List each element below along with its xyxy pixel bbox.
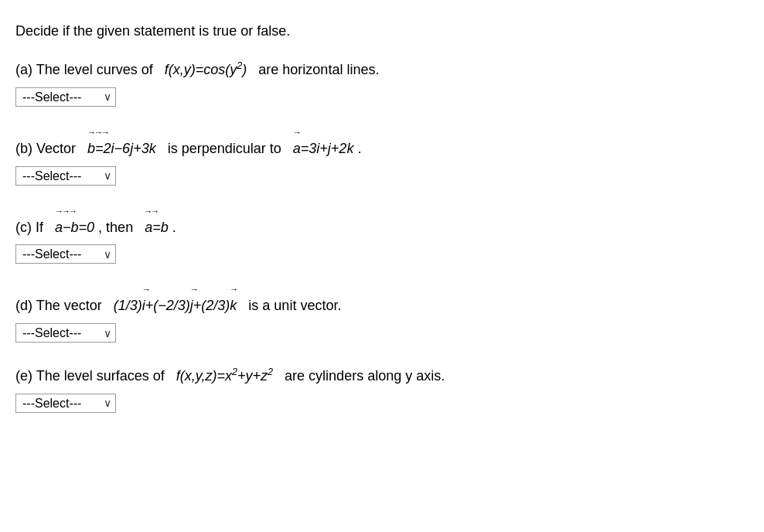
part-a-math: f(x,y)=cos(y2) bbox=[165, 62, 251, 77]
part-b-text: (b) Vector b=2i−6j+3k is perpendicular t… bbox=[15, 128, 749, 160]
part-c-mid: , then bbox=[98, 220, 141, 235]
part-c-label: (c) If bbox=[15, 220, 51, 235]
part-c-period: . bbox=[172, 220, 176, 235]
part-c-text: (c) If a−b=0 , then a=b . bbox=[15, 207, 749, 239]
part-a-after: are horizontal lines. bbox=[251, 62, 379, 77]
part-b-select-wrapper[interactable]: ---Select--- True False ∨ bbox=[15, 166, 116, 186]
part-b-select[interactable]: ---Select--- True False bbox=[15, 166, 116, 186]
part-a-select[interactable]: ---Select--- True False bbox=[15, 87, 116, 107]
part-d-label: (d) The vector bbox=[15, 298, 110, 313]
part-e-after: are cylinders along y axis. bbox=[277, 368, 445, 384]
part-b-label: (b) Vector bbox=[15, 141, 84, 156]
part-d-after: is a unit vector. bbox=[240, 298, 341, 313]
part-a: (a) The level curves of f(x,y)=cos(y2) a… bbox=[15, 58, 749, 107]
part-c-vec-eq: a=b bbox=[145, 207, 169, 239]
part-d-math: (1/3)i+(−2/3)j+(2/3)k bbox=[114, 298, 241, 313]
part-d-select-wrapper[interactable]: ---Select--- True False ∨ bbox=[15, 323, 116, 343]
part-c-select-wrapper[interactable]: ---Select--- True False ∨ bbox=[15, 244, 116, 264]
instruction: Decide if the given statement is true or… bbox=[15, 23, 749, 39]
part-a-label: (a) The level curves of bbox=[15, 62, 161, 77]
part-c: (c) If a−b=0 , then a=b . ---Select--- T… bbox=[15, 207, 749, 264]
part-b-vec-a: a=3i+j+2k bbox=[293, 128, 354, 160]
part-d-select[interactable]: ---Select--- True False bbox=[15, 323, 116, 343]
part-e-text: (e) The level surfaces of f(x,y,z)=x2+y+… bbox=[15, 364, 749, 387]
part-b-mid: is perpendicular to bbox=[160, 141, 289, 156]
part-b-period: . bbox=[357, 141, 361, 156]
part-c-select[interactable]: ---Select--- True False bbox=[15, 244, 116, 264]
part-d: (d) The vector (1/3)i+(−2/3)j+(2/3)k is … bbox=[15, 285, 749, 343]
question-block: Decide if the given statement is true or… bbox=[15, 23, 749, 413]
part-c-vec-expr: a−b=0 bbox=[55, 207, 94, 239]
part-b: (b) Vector b=2i−6j+3k is perpendicular t… bbox=[15, 128, 749, 186]
part-a-select-wrapper[interactable]: ---Select--- True False ∨ bbox=[15, 87, 116, 107]
part-e-label: (e) The level surfaces of bbox=[15, 368, 172, 384]
part-d-text: (d) The vector (1/3)i+(−2/3)j+(2/3)k is … bbox=[15, 285, 749, 317]
part-e-math: f(x,y,z)=x2+y+z2 bbox=[176, 368, 277, 384]
part-b-vec-b: b=2i−6j+3k bbox=[87, 128, 156, 160]
part-e: (e) The level surfaces of f(x,y,z)=x2+y+… bbox=[15, 364, 749, 413]
part-e-select-wrapper[interactable]: ---Select--- True False ∨ bbox=[15, 394, 116, 413]
part-a-text: (a) The level curves of f(x,y)=cos(y2) a… bbox=[15, 58, 749, 81]
part-e-select[interactable]: ---Select--- True False bbox=[15, 394, 116, 413]
